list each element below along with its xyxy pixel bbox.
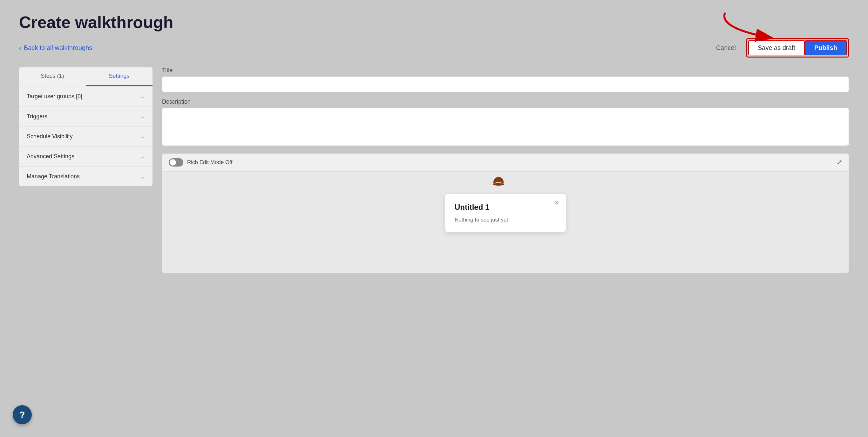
page-title: Create walkthrough [19,13,849,32]
title-label: Title [162,67,849,74]
walkthrough-card: Untitled 1 Nothing to see just yet ✕ [445,194,566,232]
action-buttons-highlight: Save as draft Publish [746,38,849,58]
left-panel: Steps (1) Settings Target user groups [0… [19,67,153,186]
svg-point-1 [493,183,504,185]
top-bar: ‹ Back to all walkthroughs Cancel Save a… [19,38,849,58]
chevron-down-icon-3: ⌄ [140,133,145,140]
back-link-label: Back to all walkthroughs [24,44,92,52]
card-close-button[interactable]: ✕ [554,199,559,207]
pendo-hat-icon [492,175,505,185]
accordion-advanced-settings[interactable]: Advanced Settings ⌄ [19,146,153,166]
preview-area: Untitled 1 Nothing to see just yet ✕ [162,171,849,273]
accordion-label-translations: Manage Translations [27,173,80,180]
chevron-down-icon-2: ⌄ [140,113,145,120]
right-panel: Title Description Rich Edit Mode Off ⤢ [162,67,849,273]
card-title: Untitled 1 [455,203,556,212]
publish-button[interactable]: Publish [805,40,847,55]
chevron-down-icon: ⌄ [140,93,145,100]
expand-icon[interactable]: ⤢ [837,158,842,167]
rich-edit-label: Rich Edit Mode Off [187,159,232,166]
rich-edit-toggle[interactable] [169,158,183,167]
accordion-label-triggers: Triggers [27,113,47,120]
main-content: Steps (1) Settings Target user groups [0… [19,67,849,273]
title-field-group: Title [162,67,849,92]
help-button[interactable]: ? [13,405,32,424]
back-link[interactable]: ‹ Back to all walkthroughs [19,44,92,52]
chevron-down-icon-4: ⌄ [140,153,145,160]
cancel-button[interactable]: Cancel [710,41,742,55]
card-body: Nothing to see just yet [455,217,556,223]
accordion-triggers[interactable]: Triggers ⌄ [19,106,153,126]
accordion-label-target: Target user groups [0] [27,93,82,100]
rich-edit-left: Rich Edit Mode Off [169,158,232,167]
accordion-schedule-visibility[interactable]: Schedule Visibility ⌄ [19,126,153,146]
tabs-row: Steps (1) Settings [19,67,153,86]
accordion-target-user-groups[interactable]: Target user groups [0] ⌄ [19,86,153,106]
rich-edit-bar: Rich Edit Mode Off ⤢ [162,153,849,171]
chevron-left-icon: ‹ [19,44,21,52]
description-field-group: Description [162,98,849,147]
save-draft-button[interactable]: Save as draft [748,40,805,55]
title-input[interactable] [162,76,849,92]
tab-settings[interactable]: Settings [86,67,153,86]
chevron-down-icon-5: ⌄ [140,173,145,180]
tab-steps[interactable]: Steps (1) [19,67,86,86]
accordion-label-schedule: Schedule Visibility [27,133,73,140]
accordion-label-advanced: Advanced Settings [27,153,74,160]
description-label: Description [162,98,849,105]
accordion-manage-translations[interactable]: Manage Translations ⌄ [19,166,153,186]
description-input[interactable] [162,108,849,146]
accordion-list: Target user groups [0] ⌄ Triggers ⌄ Sche… [19,86,153,186]
top-actions: Cancel Save as draft Publish [710,38,849,58]
